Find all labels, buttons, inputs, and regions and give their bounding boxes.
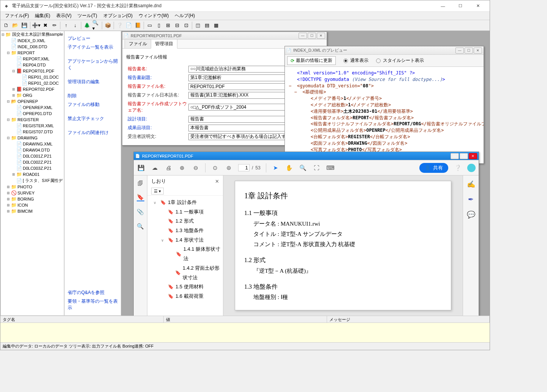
tree-item[interactable]: ⊞📁BORING [1,196,64,202]
outline-sort-button[interactable]: ☰ ▾ [151,188,164,194]
outline-body[interactable]: ∨🔖1章 設計条件🔖1.1 一般事項🔖1.2 形式🔖1.3 地盤条件∨🔖1.4 … [147,196,223,316]
pdf-fit-icon[interactable]: ⛶ [313,164,321,172]
avatar[interactable] [467,164,476,172]
menu-item[interactable]: ファイル(F) [2,12,32,20]
list-icon[interactable]: ▤ [203,21,211,30]
search-icon[interactable]: 🔍▾ [92,21,100,30]
tree-item[interactable]: 📄D0LC002Z.P21 [1,159,64,165]
tree-item[interactable]: ⊞📁ROAD01 [1,171,64,177]
pdf-save-icon[interactable]: 💾 [137,164,145,172]
win1-min-button[interactable]: — [299,33,307,39]
refresh-button[interactable]: ⟳最新の情報に更新 [287,56,336,65]
expand-icon[interactable]: ⊞ [6,209,11,213]
tree-item[interactable]: 📄DRAW04.DTD [1,147,64,153]
outline-close-icon[interactable]: ✕ [215,179,219,184]
tree-item[interactable]: ⊟📕REPORT01.PDF [1,68,64,74]
pdf-prev-icon[interactable]: ⊙ [211,164,219,172]
win3-close-button[interactable]: ✕ [469,153,477,159]
outline-item[interactable]: 🔖1.3 地盤条件 [150,226,221,236]
comment-icon[interactable]: 💬 [467,210,475,219]
pdf-page-input[interactable] [238,164,250,171]
tree-item[interactable]: 📄INDE_D08.DTD [1,44,64,50]
action-link[interactable]: 省庁のQ&Aを参照 [67,288,119,297]
tree-panel[interactable]: ⊟📁国交省土木設計業務sample📄INDEX_D.XML📄INDE_D08.D… [0,31,64,316]
grid-icon[interactable]: ▦ [212,21,220,30]
tree-item[interactable]: 📄OPENREP.XML [1,104,64,111]
pdf-pointer-icon[interactable]: ➤ [272,164,280,172]
expand-icon[interactable]: ⊞ [11,93,16,97]
xml-body[interactable]: <?xml version="1.0" encoding="Shift_JIS"… [285,67,484,163]
action-link[interactable]: 子アイテム一覧を表示 [67,43,119,52]
log-col-tag[interactable]: タグ名 [0,316,164,322]
expand-icon[interactable]: ⊞ [6,191,11,195]
tree-item[interactable]: 📄OPREP01.DTD [1,111,64,117]
menu-item[interactable]: ヘルプ(H) [172,12,198,20]
menu-item[interactable]: 編集(E) [32,12,53,20]
pdf-zoomin-icon[interactable]: ⊕ [178,164,186,172]
action-link[interactable]: 要領・基準等の一覧を表示 [67,297,119,312]
tree-item[interactable]: ⊞📁PHOTO [1,184,64,190]
log-col-message[interactable]: メッセージ [327,316,490,322]
tree-item[interactable]: 📄DRAWING.XML [1,141,64,147]
share-button[interactable]: 👤共有 [419,163,448,173]
chevron-icon[interactable]: ∨ [153,199,158,206]
open-icon[interactable]: 📂 [11,21,19,30]
search-panel-icon[interactable]: 🔍 [137,223,144,230]
outline-item[interactable]: 🔖1.6 載荷荷重 [150,292,221,301]
display-stylesheet-radio[interactable]: スタイルシート表示 [376,57,424,64]
add-icon[interactable]: ➕▾ [32,21,40,30]
action-link[interactable]: 禁止文字チェック [67,114,119,123]
log-col-value[interactable]: 値 [164,316,327,322]
bookmarks-icon[interactable]: 🔖 [137,194,144,201]
annotate-icon[interactable]: ✍ [467,180,475,188]
pdf-page-area[interactable]: 1章 設計条件 1.1 一般事項 データ名 : MANUKUI1.rwiタイトル… [223,175,463,316]
layout2-icon[interactable]: ⊟ [173,21,181,30]
win2-titlebar[interactable]: 📄 INDEX_D.XML のプレビュー — ☐ ✕ [285,46,484,55]
menu-item[interactable]: 表示(V) [53,12,74,20]
layout3-icon[interactable]: ⊡ [182,21,190,30]
tree-item[interactable]: ⊞📁ORG [1,92,64,98]
tree-item[interactable]: ⊟📁REGISTER [1,117,64,123]
tab[interactable]: 管理項目 [151,39,177,49]
win3-titlebar[interactable]: 📄 REPORT¥REPORT01.PDF — ☐ ✕ [134,152,479,160]
outline-item[interactable]: 🔖1.2 形式 [150,217,221,226]
pdf-cloud-icon[interactable]: ☁ [150,164,159,172]
tree-item[interactable]: 📄D0LC003Z.P21 [1,165,64,171]
win2-close-button[interactable]: ✕ [474,47,482,54]
info-icon[interactable]: 📄 [125,21,133,30]
edit-icon[interactable]: ✏ [50,21,58,30]
win3-min-button[interactable]: — [451,153,459,159]
outline-item[interactable]: 🔖1.4.1 躯体形状寸法 [150,245,221,263]
menu-item[interactable]: オプション(O) [100,12,136,20]
tree-item[interactable]: ⊞🚫SURVEY [1,190,64,196]
tree-item[interactable]: 📄REP01_02.DOC [1,80,64,86]
outline-item[interactable]: ∨🔖1章 設計条件 [150,198,221,207]
support-icon[interactable]: 📙 [134,21,142,30]
win3-max-button[interactable]: ☐ [460,153,468,159]
tree-item[interactable]: ⊞📁ICON [1,202,64,208]
menu-item[interactable]: ウィンドウ(W) [136,12,172,20]
action-link[interactable]: ファイルの移動 [67,100,119,109]
help-icon[interactable]: ❔ [115,21,124,30]
tree-item[interactable]: 📄REGISTER.XML [1,123,64,129]
up-icon[interactable]: ↑ [62,21,70,30]
tree-item[interactable]: 📄REGIST07.DTD [1,129,64,135]
tree-item[interactable]: 📄[ ラスタ、SXF属性デ [1,177,64,184]
cascade-icon[interactable]: ▯ [155,21,163,30]
expand-icon[interactable]: ⊞ [11,172,16,176]
tree-item[interactable]: 📄D0LC001Z.P21 [1,153,64,159]
maximize-button[interactable]: ☐ [452,0,469,12]
sign-icon[interactable]: ✒ [468,195,474,204]
win2-max-button[interactable]: ☐ [465,47,473,54]
expand-icon[interactable]: ⊟ [6,51,11,55]
action-link[interactable]: 削除 [67,92,119,100]
expand-icon[interactable]: ⊟ [1,33,5,36]
tree-item[interactable]: 📄REPORT.XML [1,56,64,62]
expand-icon[interactable]: ⊟ [6,118,11,122]
tab[interactable]: ファイル [125,39,151,48]
action-link[interactable]: ファイルの関連付け [67,128,119,137]
menu-item[interactable]: ツール(T) [74,12,100,20]
expand-icon[interactable]: ⊟ [6,100,11,103]
close-button[interactable]: ✕ [469,0,487,12]
win1-titlebar[interactable]: 📄 REPORT¥REPORT01.PDF — ☐ ✕ [122,32,327,40]
